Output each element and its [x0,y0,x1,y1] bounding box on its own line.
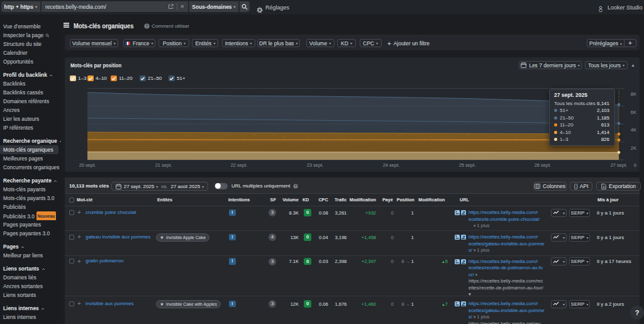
svg-text:?: ? [146,24,148,28]
svg-text:21 sept.: 21 sept. [155,162,172,168]
svg-text:?: ? [294,184,297,188]
svg-text:25 sept.: 25 sept. [459,162,476,168]
svg-text:22 sept.: 22 sept. [231,162,248,168]
svg-text:20 sept.: 20 sept. [79,162,96,168]
svg-text:6K: 6K [631,109,636,115]
svg-text:4K: 4K [631,127,636,133]
svg-text:27 sept.: 27 sept. [611,162,628,168]
svg-text:2K: 2K [631,145,636,151]
svg-text:23 sept.: 23 sept. [307,162,324,168]
svg-text:8K: 8K [631,91,636,97]
svg-text:26 sept.: 26 sept. [535,162,552,168]
svg-text:0: 0 [634,162,636,168]
svg-text:24 sept.: 24 sept. [383,162,400,168]
